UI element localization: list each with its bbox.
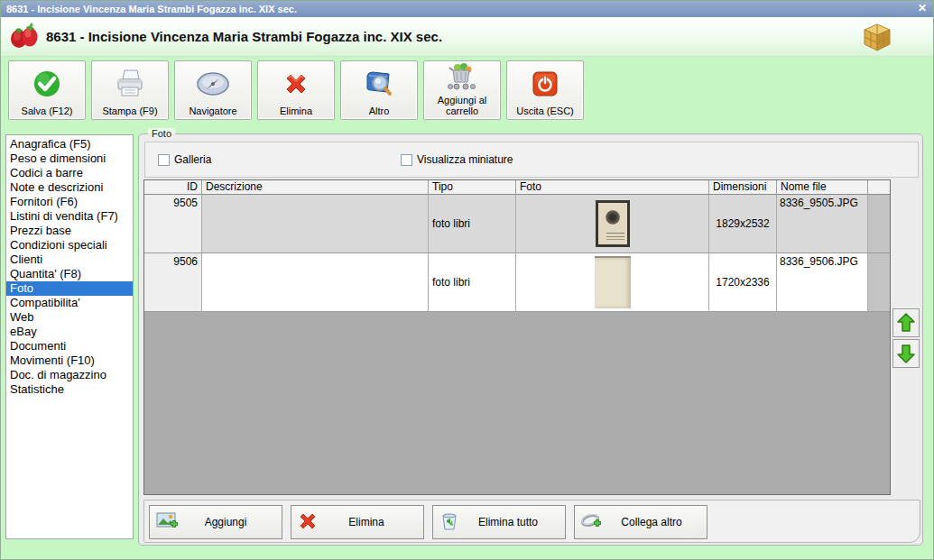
save-button[interactable]: Salva (F12) [8,60,86,120]
cell-dimensioni: 1829x2532 [709,195,777,253]
sidebar-item-peso[interactable]: Peso e dimensioni [6,151,133,166]
titlebar-text: 8631 - Incisione Vincenza Maria Strambi … [6,4,297,14]
sidebar-item-anagrafica[interactable]: Anagrafica (F5) [6,137,133,151]
sidebar-item-foto[interactable]: Foto [6,281,133,296]
galleria-checkbox[interactable]: Galleria [158,153,211,166]
photo-thumbnail [595,256,631,308]
sidebar-item-compatibilita[interactable]: Compatibilita' [6,296,133,310]
column-header-tipo[interactable]: Tipo [429,180,516,195]
sidebar-item-documenti[interactable]: Documenti [6,339,133,353]
cell-descrizione [202,195,429,253]
printer-icon [92,61,168,106]
power-icon [507,61,583,106]
cell-id: 9506 [144,253,202,312]
move-up-button[interactable] [892,308,920,337]
delete-icon [297,510,319,535]
column-header-filler [868,180,890,195]
cell-foto [516,195,709,253]
other-button[interactable]: Altro [340,60,418,120]
column-header-foto[interactable]: Foto [516,180,709,195]
column-header-dimensioni[interactable]: Dimensioni [709,180,777,195]
table-row[interactable]: 9505 foto libri 1829x2532 8336_9505.JPG [144,195,890,253]
sidebar-item-statistiche[interactable]: Statistiche [6,382,133,397]
close-icon[interactable]: ✕ [918,1,927,17]
cell-tipo: foto libri [429,195,516,253]
compass-icon [175,61,251,106]
foto-groupbox: Foto Galleria Visualizza miniature ID De… [138,133,923,546]
strawberry-icon [8,23,41,53]
toolbar: Salva (F12) Stampa (F9) [8,60,584,120]
sidebar-item-listini[interactable]: Listini di vendita (F7) [6,209,133,224]
arrow-down-icon [896,343,916,364]
column-header-id[interactable]: ID [144,180,202,195]
sidebar-item-note[interactable]: Note e descrizioni [6,180,133,195]
galleria-checkbox-label: Galleria [174,153,211,166]
cell-nome-file: 8336_9505.JPG [777,195,868,253]
exit-button[interactable]: Uscita (ESC) [506,60,584,120]
cell-nome-file: 8336_9506.JPG [777,253,868,312]
book-search-icon [341,61,417,106]
arrow-up-icon [896,312,916,334]
cell-descrizione [202,253,429,312]
sidebar-item-movimenti[interactable]: Movimenti (F10) [6,353,133,368]
print-button[interactable]: Stampa (F9) [91,60,169,120]
table-row[interactable]: 9506 foto libri 1720x2336 8336_9506.JPG [144,253,890,312]
checkbox-box-icon[interactable] [401,154,412,166]
sidebar-item-doc-magazzino[interactable]: Doc. di magazzino [6,368,133,382]
cell-id: 9505 [144,195,202,253]
foto-options-panel: Galleria Visualizza miniature [144,142,919,178]
navigator-button[interactable]: Navigatore [174,60,252,120]
link-other-button[interactable]: Collega altro [574,505,707,539]
sidebar-item-ebay[interactable]: eBay [6,325,133,339]
app-window: 8631 - Incisione Vincenza Maria Strambi … [0,0,934,560]
checkbox-box-icon[interactable] [158,154,170,166]
photo-actions-panel: Aggiungi Elimina [143,500,920,543]
sidebar-item-prezzi[interactable]: Prezzi base [6,224,133,238]
sidebar-item-web[interactable]: Web [6,310,133,325]
sidebar-item-fornitori[interactable]: Fornitori (F6) [6,195,133,209]
add-to-cart-button[interactable]: Aggiungi al carrello [423,60,501,120]
sidebar: Anagrafica (F5) Peso e dimensioni Codici… [5,134,134,539]
delete-all-button[interactable]: Elimina tutto [432,505,566,539]
sidebar-item-quantita[interactable]: Quantita' (F8) [6,267,133,281]
visualizza-miniature-checkbox-label: Visualizza miniature [417,153,513,166]
cell-dimensioni: 1720x2336 [709,253,777,312]
save-icon [9,61,85,106]
move-down-button[interactable] [892,339,920,368]
column-header-descrizione[interactable]: Descrizione [202,180,429,195]
foto-groupbox-label: Foto [148,128,175,139]
link-add-icon [580,510,606,535]
package-icon [861,21,893,57]
photo-table: ID Descrizione Tipo Foto Dimensioni Nome… [143,179,891,495]
cell-filler [868,195,890,253]
cell-foto [516,253,709,312]
column-header-nome-file[interactable]: Nome file [777,180,868,195]
sidebar-item-codici[interactable]: Codici a barre [6,166,133,180]
header: 8631 - Incisione Vincenza Maria Strambi … [1,17,933,57]
table-header-row: ID Descrizione Tipo Foto Dimensioni Nome… [144,180,890,195]
cell-tipo: foto libri [429,253,516,312]
add-photo-button[interactable]: Aggiungi [149,505,282,539]
delete-button[interactable]: Elimina [257,60,335,120]
delete-photo-button[interactable]: Elimina [291,505,424,539]
sidebar-item-clienti[interactable]: Clienti [6,252,133,267]
titlebar: 8631 - Incisione Vincenza Maria Strambi … [1,1,933,17]
sidebar-item-condizioni[interactable]: Condizioni speciali [6,238,133,252]
page-title: 8631 - Incisione Vincenza Maria Strambi … [46,17,442,56]
recycle-bin-icon [439,510,460,535]
visualizza-miniature-checkbox[interactable]: Visualizza miniature [401,153,513,166]
photo-thumbnail [596,200,630,247]
delete-icon [258,61,334,106]
image-add-icon [155,510,179,535]
cart-icon [424,61,500,95]
cell-filler [868,253,890,312]
